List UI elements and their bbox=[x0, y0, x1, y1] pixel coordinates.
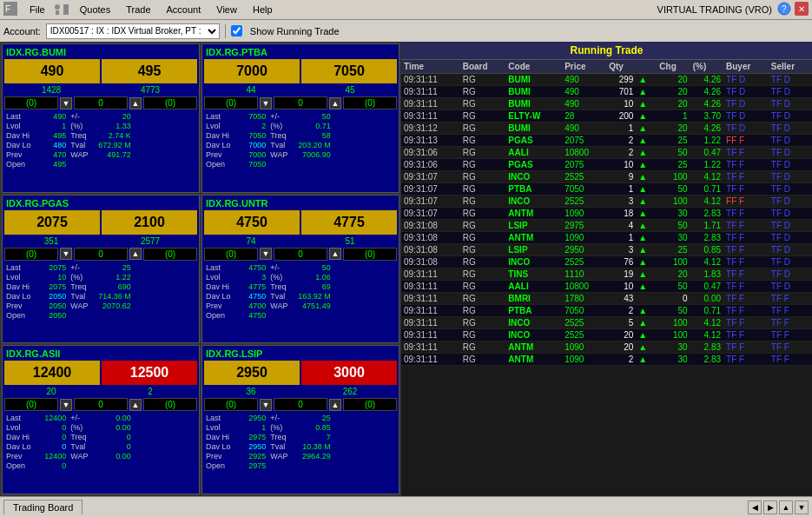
status-bar: Trading Board ◀ ▶ ▲ ▼ bbox=[0, 496, 812, 517]
board-panel-untr: IDX.RG.UNTR 4750 4775 74 51 (0) ▼ 0 ▲ (0… bbox=[201, 195, 399, 344]
nav-right[interactable]: ▶ bbox=[763, 500, 777, 514]
row-board: RG bbox=[460, 268, 506, 281]
stats-ptba: Last7050 Lvol2 Dav Hi7050 Dav Lo7000 Pre… bbox=[204, 112, 397, 190]
table-row: 09:31:11 RG PTBA 7050 2 ▲ 50 0.71 TF F T… bbox=[401, 305, 812, 317]
col-pct: (%) bbox=[690, 60, 723, 74]
ord-down-ptba[interactable]: ▼ bbox=[260, 97, 272, 109]
row-time: 09:31:08 bbox=[401, 244, 460, 256]
row-pct: 3.70 bbox=[690, 110, 723, 123]
row-chg: 20 bbox=[657, 86, 690, 98]
row-code: BMRI bbox=[505, 293, 562, 305]
trading-board-tab[interactable]: Trading Board bbox=[3, 500, 83, 514]
ord-up-asii[interactable]: ▲ bbox=[129, 399, 142, 411]
col-buyer: Buyer bbox=[723, 60, 769, 74]
table-row: 09:31:13 RG PGAS 2075 2 ▲ 25 1.22 FF F T… bbox=[401, 135, 812, 147]
row-code: ANTM bbox=[505, 341, 562, 354]
table-row: 09:31:11 RG ANTM 1090 2 ▲ 30 2.83 TF F T… bbox=[401, 354, 812, 366]
row-seller: TF D bbox=[769, 171, 812, 183]
row-pct: 4.12 bbox=[690, 256, 723, 268]
row-qty: 2 bbox=[606, 354, 636, 366]
ord-down-lsip[interactable]: ▼ bbox=[260, 399, 272, 411]
ord2-ptba: 0 bbox=[274, 96, 327, 109]
bid-price-asii[interactable]: 12400 bbox=[4, 361, 100, 385]
nav-up[interactable]: ▲ bbox=[779, 500, 793, 514]
row-pct: 2.83 bbox=[690, 208, 723, 220]
table-row: 09:31:11 RG BUMI 490 10 ▲ 20 4.26 TF D T… bbox=[401, 98, 812, 110]
row-chg: 20 bbox=[657, 268, 690, 281]
board-title-bumi: IDX.RG.BUMI bbox=[4, 46, 197, 58]
row-qty: 200 bbox=[606, 110, 636, 123]
row-code: ANTM bbox=[505, 354, 562, 366]
ord-down-bumi[interactable]: ▼ bbox=[60, 97, 72, 109]
row-price: 10800 bbox=[562, 281, 606, 293]
ask-price-asii[interactable]: 12500 bbox=[102, 361, 197, 385]
menu-file[interactable]: File bbox=[23, 3, 52, 17]
row-price: 2975 bbox=[562, 220, 606, 232]
menu-trade[interactable]: Trade bbox=[119, 3, 157, 17]
vol1-asii: 20 bbox=[6, 387, 96, 396]
ord-down-asii[interactable]: ▼ bbox=[60, 399, 72, 411]
bid-price-pgas[interactable]: 2075 bbox=[4, 210, 100, 235]
ask-price-ptba[interactable]: 7050 bbox=[301, 59, 397, 83]
table-row: 09:31:07 RG INCO 2525 9 ▲ 100 4.12 TF F … bbox=[401, 171, 812, 183]
ord-up-ptba[interactable]: ▲ bbox=[329, 97, 341, 109]
row-pct: 4.26 bbox=[690, 86, 723, 98]
menu-quotes[interactable]: Quotes bbox=[73, 3, 117, 17]
ord1-ptba: (0) bbox=[204, 96, 258, 109]
menu-account[interactable]: Account bbox=[160, 3, 208, 17]
row-arrow: ▲ bbox=[636, 268, 657, 281]
ord-down-pgas[interactable]: ▼ bbox=[60, 248, 72, 260]
board-title-lsip: IDX.RG.LSIP bbox=[204, 348, 397, 360]
row-board: RG bbox=[460, 220, 506, 232]
nav-left[interactable]: ◀ bbox=[748, 500, 762, 514]
menu-view[interactable]: View bbox=[209, 3, 244, 17]
row-qty: 1 bbox=[606, 123, 636, 135]
nav-down[interactable]: ▼ bbox=[795, 500, 809, 514]
row-seller: TF F bbox=[769, 354, 812, 366]
row-board: RG bbox=[460, 171, 506, 183]
row-code: AALI bbox=[505, 147, 562, 159]
ord1-untr: (0) bbox=[204, 248, 258, 261]
svg-text:F: F bbox=[5, 4, 10, 14]
ord-up-untr[interactable]: ▲ bbox=[329, 248, 341, 260]
row-code: PTBA bbox=[505, 305, 562, 317]
row-price: 7050 bbox=[562, 183, 606, 196]
vol1-lsip: 36 bbox=[206, 387, 296, 396]
ord2-lsip: 0 bbox=[274, 398, 327, 411]
ask-price-lsip[interactable]: 3000 bbox=[301, 361, 397, 385]
ask-price-pgas[interactable]: 2100 bbox=[102, 210, 197, 235]
bid-price-untr[interactable]: 4750 bbox=[204, 210, 300, 235]
account-label: Account: bbox=[3, 26, 41, 36]
row-buyer: TF F bbox=[723, 220, 769, 232]
row-pct: 1.22 bbox=[690, 135, 723, 147]
row-arrow: ▲ bbox=[636, 220, 657, 232]
row-seller: TF D bbox=[769, 220, 812, 232]
row-qty: 20 bbox=[606, 341, 636, 354]
ord-up-lsip[interactable]: ▲ bbox=[329, 399, 341, 411]
bid-price-ptba[interactable]: 7000 bbox=[204, 59, 300, 83]
ord-up-pgas[interactable]: ▲ bbox=[129, 248, 142, 260]
row-price: 1110 bbox=[562, 268, 606, 281]
row-chg: 50 bbox=[657, 147, 690, 159]
row-qty: 2 bbox=[606, 135, 636, 147]
show-running-checkbox[interactable] bbox=[231, 25, 242, 36]
row-qty: 701 bbox=[606, 86, 636, 98]
row-time: 09:31:11 bbox=[401, 86, 460, 98]
bid-price-lsip[interactable]: 2950 bbox=[204, 361, 300, 385]
col-board: Board bbox=[460, 60, 506, 74]
ask-price-untr[interactable]: 4775 bbox=[301, 210, 397, 235]
ord1-lsip: (0) bbox=[204, 398, 258, 411]
ord-down-untr[interactable]: ▼ bbox=[260, 248, 272, 260]
row-time: 09:31:11 bbox=[401, 305, 460, 317]
bid-price-bumi[interactable]: 490 bbox=[4, 59, 100, 83]
ord-up-bumi[interactable]: ▲ bbox=[129, 97, 142, 109]
account-select[interactable]: IDX00517 : IX : IDX Virtual Broker, PT : bbox=[46, 23, 220, 39]
stats-asii: Last12400 Lvol0 Dav Hi0 Dav Lo0 Prev1240… bbox=[4, 414, 197, 492]
row-price: 1780 bbox=[562, 293, 606, 305]
ask-price-bumi[interactable]: 495 bbox=[102, 59, 197, 83]
menu-help[interactable]: Help bbox=[246, 3, 280, 17]
row-arrow: ▲ bbox=[636, 159, 657, 171]
row-buyer: TF F bbox=[723, 354, 769, 366]
table-row: 09:31:08 RG INCO 2525 76 ▲ 100 4.12 TF F… bbox=[401, 256, 812, 268]
row-arrow: ▲ bbox=[636, 354, 657, 366]
